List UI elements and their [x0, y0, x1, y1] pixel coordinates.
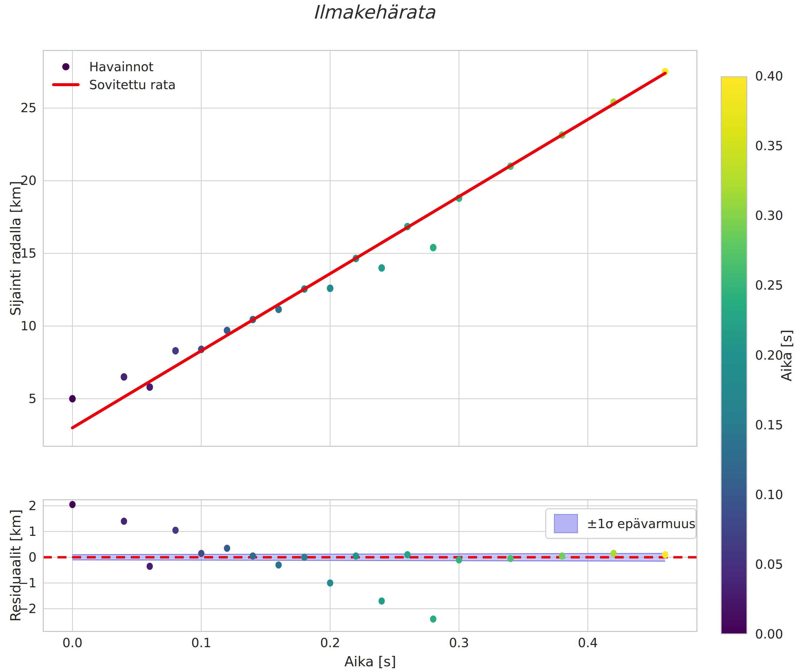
- residual-point: [456, 556, 462, 563]
- residual-y-axis-label: Residuaalit [km]: [9, 509, 22, 621]
- observation-point: [327, 285, 333, 292]
- observation-point: [120, 373, 127, 381]
- chart-title: Ilmakehärata: [313, 1, 436, 23]
- legend-label-uncertainty: ±1σ epävarmuus: [587, 517, 696, 531]
- residual-legend: ±1σ epävarmuus: [545, 508, 696, 539]
- residual-point: [353, 552, 359, 560]
- residual-point: [559, 552, 565, 560]
- observation-point: [172, 347, 179, 355]
- uncertainty-band-icon: [554, 514, 578, 533]
- colorbar-label: Aika [s]: [780, 330, 794, 381]
- residual-point: [250, 552, 256, 560]
- x-tick-label: 0.3: [449, 637, 469, 649]
- colorbar-tick-label: 0.40: [755, 70, 783, 83]
- main-y-axis-label: Sijainti radalla [km]: [9, 181, 22, 316]
- colorbar-tick-label: 0.25: [755, 279, 783, 292]
- x-tick-label: 0.0: [63, 637, 83, 649]
- main-y-tick-label: 5: [0, 392, 37, 405]
- residual-point: [611, 550, 617, 557]
- residual-point: [301, 554, 307, 561]
- colorbar-tick-label: 0.35: [755, 140, 783, 152]
- fit-line: [72, 73, 665, 428]
- main-plot: [43, 50, 697, 447]
- x-tick-label: 0.2: [320, 637, 340, 649]
- colorbar-tick-label: 0.15: [755, 419, 783, 432]
- residual-point: [662, 551, 668, 558]
- observation-point: [69, 395, 76, 402]
- observation-point: [430, 244, 436, 251]
- x-axis-label: Aika [s]: [345, 654, 396, 669]
- residual-point: [404, 551, 410, 558]
- legend-label-observations: Havainnot: [89, 59, 154, 74]
- residual-point: [378, 597, 385, 605]
- main-legend: Havainnot Sovitettu rata: [47, 54, 179, 99]
- residual-point: [121, 518, 127, 525]
- colorbar-tick-label: 0.05: [755, 558, 783, 571]
- residual-point: [275, 561, 282, 568]
- colorbar-tick-label: 0.00: [755, 628, 783, 641]
- figure: Ilmakehärata 510152025 −2−1012 0.00.10.2…: [0, 0, 800, 672]
- observations-series: [69, 68, 668, 402]
- legend-entry-fitline: Sovitettu rata: [47, 77, 176, 92]
- observations-marker-icon: [62, 63, 69, 70]
- colorbar-tick-label: 0.10: [755, 489, 783, 501]
- residual-point: [327, 579, 333, 587]
- residual-point: [430, 616, 436, 622]
- residual-point: [69, 501, 76, 508]
- observation-point: [378, 264, 385, 272]
- residual-point: [507, 555, 514, 562]
- colorbar-tick-label: 0.30: [755, 210, 783, 222]
- residual-point: [198, 550, 204, 557]
- residual-point: [224, 544, 230, 552]
- x-tick-label: 0.4: [578, 637, 598, 649]
- main-y-tick-label: 25: [0, 102, 37, 114]
- colorbar: [721, 76, 747, 634]
- residual-point: [147, 563, 153, 570]
- legend-label-fitline: Sovitettu rata: [89, 77, 176, 92]
- residual-point: [172, 526, 179, 534]
- main-y-tick-label: 10: [0, 320, 37, 333]
- x-tick-label: 0.1: [191, 637, 211, 649]
- legend-entry-observations: Havainnot: [47, 59, 154, 74]
- fit-line-icon: [52, 83, 80, 86]
